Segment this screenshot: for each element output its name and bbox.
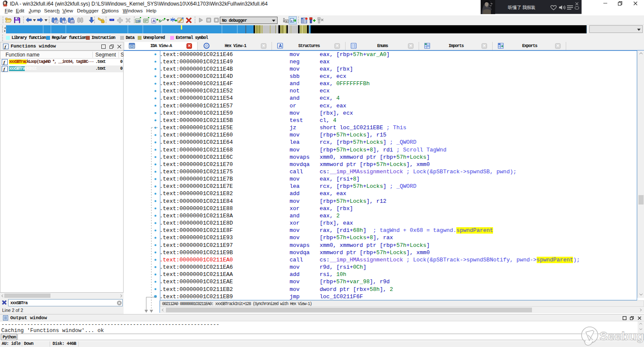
svg-text:c: c — [291, 19, 292, 23]
svg-text:IDC: IDC — [136, 20, 141, 23]
svg-text:101: 101 — [71, 21, 74, 23]
svg-text:T: T — [63, 20, 65, 23]
svg-text:#: # — [55, 20, 57, 23]
svg-text:A: A — [153, 19, 156, 23]
svg-text:s: s — [159, 18, 161, 23]
svg-text:c: c — [286, 20, 288, 23]
